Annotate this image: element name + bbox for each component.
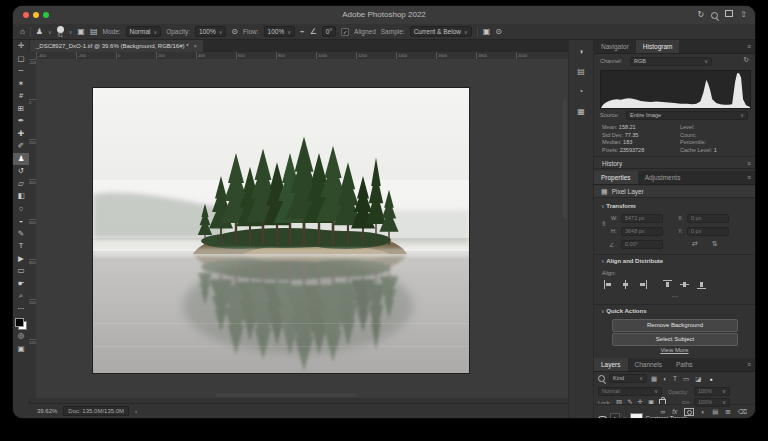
tool-lasso[interactable]: ∽ bbox=[13, 65, 29, 78]
align-middle-icon[interactable] bbox=[680, 280, 689, 289]
tool-brush[interactable]: ✐ bbox=[13, 140, 29, 153]
tool-eraser[interactable]: ▱ bbox=[13, 178, 29, 191]
sync-icon[interactable]: ↻ bbox=[698, 10, 705, 20]
info-panel-icon[interactable]: ▦ bbox=[573, 105, 589, 118]
tool-dodge[interactable]: ◒ bbox=[13, 215, 29, 228]
tool-rectangle[interactable]: ▭ bbox=[13, 265, 29, 278]
toggle-clone-source-panel-icon[interactable]: ▤ bbox=[90, 27, 98, 36]
foreground-color-swatch[interactable] bbox=[15, 318, 24, 327]
brush-angle-input[interactable]: 0° bbox=[322, 26, 336, 37]
source-select[interactable]: Entire Image∨ bbox=[626, 111, 748, 120]
align-section-title[interactable]: ∨ Align and Distribute bbox=[601, 258, 663, 264]
link-layers-icon[interactable]: ∞ bbox=[661, 408, 666, 415]
brush-picker-chevron-icon[interactable]: ∨ bbox=[69, 29, 73, 35]
tool-path-selection[interactable]: ▶ bbox=[13, 253, 29, 266]
tab-layers[interactable]: Layers bbox=[594, 358, 628, 371]
layers-panel-menu-icon[interactable]: ≡ bbox=[747, 358, 751, 371]
airbrush-icon[interactable]: ⌁ bbox=[300, 27, 305, 36]
quick-actions-title[interactable]: ∨ Quick Actions bbox=[601, 308, 646, 314]
align-center-icon[interactable] bbox=[621, 280, 630, 289]
delete-layer-icon[interactable]: ⌫ bbox=[738, 408, 747, 416]
ignore-adjustment-layers-icon[interactable]: ▣ bbox=[483, 27, 491, 36]
filter-shape-layers-icon[interactable]: ▭ bbox=[683, 375, 689, 383]
screen-mode-icon[interactable]: ▣ bbox=[13, 343, 29, 356]
tab-histogram[interactable]: Histogram bbox=[636, 40, 680, 53]
tool-gradient[interactable]: ◧ bbox=[13, 190, 29, 203]
size-pressure-icon[interactable]: ⊙ bbox=[495, 27, 502, 36]
tab-adjustments[interactable]: Adjustments bbox=[638, 171, 688, 184]
height-field[interactable]: 3648 px bbox=[621, 227, 663, 236]
tool-blur[interactable]: ○ bbox=[13, 203, 29, 216]
layer-filter-toggle-icon[interactable]: ● bbox=[709, 376, 712, 382]
y-field[interactable]: 0 px bbox=[687, 227, 729, 236]
tool-crop[interactable]: # bbox=[13, 90, 29, 103]
brush-preset-picker[interactable]: 61 bbox=[57, 26, 64, 38]
tool-hand[interactable]: ☛ bbox=[13, 278, 29, 291]
tool-frame[interactable]: ⊞ bbox=[13, 103, 29, 116]
histogram-refresh-icon[interactable]: ↻ bbox=[743, 56, 749, 64]
tab-paths[interactable]: Paths bbox=[669, 358, 700, 371]
properties-panel-menu-icon[interactable]: ≡ bbox=[747, 171, 751, 184]
opacity-pressure-icon[interactable]: ⊙ bbox=[231, 27, 238, 36]
zoom-level-field[interactable]: 39.62% bbox=[37, 408, 57, 414]
tool-move[interactable]: ✛ bbox=[13, 40, 29, 53]
edit-toolbar-icon[interactable]: ⋯ bbox=[13, 303, 29, 316]
share-icon[interactable]: ⇧ bbox=[740, 10, 747, 20]
toggle-brush-panel-icon[interactable]: ▣ bbox=[77, 27, 85, 36]
x-field[interactable]: 0 px bbox=[687, 214, 729, 223]
align-top-icon[interactable] bbox=[663, 280, 672, 289]
adjustments-panel-icon[interactable]: ◔ bbox=[573, 85, 589, 98]
libraries-panel-icon[interactable]: ▤ bbox=[573, 65, 589, 78]
home-icon[interactable]: ⌂ bbox=[20, 27, 25, 36]
align-right-icon[interactable] bbox=[638, 280, 647, 289]
histogram-panel-menu-icon[interactable]: ≡ bbox=[747, 40, 751, 53]
flip-horizontal-icon[interactable]: ⇄ bbox=[692, 240, 698, 248]
tool-zoom[interactable]: ⌕ bbox=[13, 290, 29, 303]
search-icon[interactable] bbox=[711, 12, 718, 19]
tab-properties[interactable]: Properties bbox=[594, 171, 638, 184]
align-more-icon[interactable]: ⋯ bbox=[594, 293, 755, 301]
flip-vertical-icon[interactable]: ⇅ bbox=[712, 240, 718, 248]
sample-select[interactable]: Current & Below∨ bbox=[410, 26, 472, 37]
photo-island-lake[interactable] bbox=[92, 87, 470, 374]
tool-type[interactable]: T bbox=[13, 240, 29, 253]
filter-type-layers-icon[interactable]: T bbox=[673, 375, 677, 382]
layer-effects-icon[interactable]: fx bbox=[672, 408, 677, 415]
canvas-area[interactable] bbox=[36, 59, 568, 398]
align-left-icon[interactable] bbox=[604, 280, 613, 289]
color-panel-icon[interactable]: ◑ bbox=[573, 45, 589, 58]
tab-navigator[interactable]: Navigator bbox=[594, 40, 636, 53]
blend-mode-select[interactable]: Normal∨ bbox=[598, 387, 662, 396]
tool-clone-stamp[interactable]: ♟ bbox=[13, 153, 29, 166]
document-size-indicator[interactable]: Doc: 135.0M/135.0M bbox=[63, 406, 129, 416]
tool-eyedropper[interactable]: ✒ bbox=[13, 115, 29, 128]
tool-rectangular-marquee[interactable]: ▢ bbox=[13, 53, 29, 66]
tool-preset-icon[interactable]: ♟ bbox=[36, 27, 43, 36]
channel-select[interactable]: RGB∨ bbox=[630, 57, 712, 66]
document-tab[interactable]: _DSC8927_DxO-1.tif @ 39.6% (Background, … bbox=[30, 40, 203, 52]
flow-select[interactable]: 100%∨ bbox=[264, 26, 295, 37]
select-subject-button[interactable]: Select Subject bbox=[612, 333, 738, 346]
filter-pixel-layers-icon[interactable]: ▦ bbox=[651, 375, 657, 383]
canvas-vertical-scrollbar[interactable] bbox=[563, 99, 567, 219]
new-layer-icon[interactable]: ⊞ bbox=[725, 408, 730, 416]
document-tab-close-icon[interactable]: × bbox=[194, 40, 198, 52]
color-swatches[interactable] bbox=[15, 318, 27, 330]
mode-select[interactable]: Normal∨ bbox=[126, 26, 162, 37]
add-mask-icon[interactable] bbox=[684, 408, 694, 416]
filter-adjustment-layers-icon[interactable]: ◐ bbox=[663, 375, 667, 382]
history-panel-header[interactable]: History ≡ bbox=[594, 156, 755, 169]
canvas-horizontal-scrollbar[interactable] bbox=[216, 393, 356, 397]
tool-spot-healing-brush[interactable]: ✚ bbox=[13, 128, 29, 141]
new-adjustment-layer-icon[interactable]: ◐ bbox=[701, 408, 705, 415]
tool-object-selection[interactable]: ✶ bbox=[13, 78, 29, 91]
tab-channels[interactable]: Channels bbox=[628, 358, 669, 371]
layer-filter-kind-select[interactable]: Kind∨ bbox=[609, 374, 647, 383]
tool-pen[interactable]: ✎ bbox=[13, 228, 29, 241]
opacity-select[interactable]: 100%∨ bbox=[195, 26, 226, 37]
tool-history-brush[interactable]: ↺ bbox=[13, 165, 29, 178]
tool-preset-chevron-icon[interactable]: ∨ bbox=[48, 29, 52, 35]
wh-link-icon[interactable]: § bbox=[602, 220, 605, 226]
quick-mask-icon[interactable]: ◎ bbox=[13, 330, 29, 343]
view-more-link[interactable]: View More bbox=[594, 347, 755, 353]
